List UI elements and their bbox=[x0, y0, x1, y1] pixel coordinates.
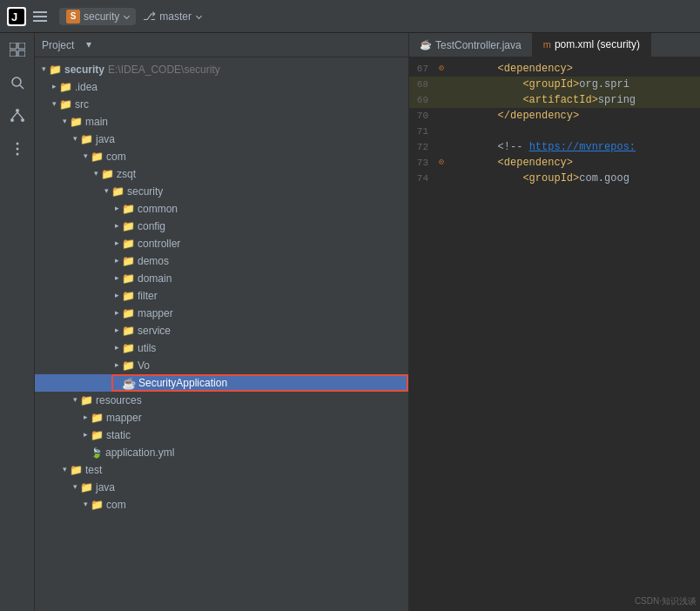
label-src: src bbox=[75, 98, 89, 111]
arrow-static bbox=[80, 430, 91, 440]
arrow-mapper bbox=[111, 308, 122, 319]
line-number-67: 67 bbox=[409, 61, 435, 77]
sidebar-structure-icon[interactable] bbox=[8, 106, 27, 125]
title-bar: J S security ⎇ master bbox=[0, 0, 700, 33]
arrow-test bbox=[59, 465, 70, 475]
code-line-68: 68 <groupId>org.spri bbox=[409, 77, 700, 92]
code-content-68: <groupId>org.spri bbox=[448, 77, 700, 92]
tree-item-idea[interactable]: 📁 .idea bbox=[35, 78, 408, 96]
arrow-security-app bbox=[111, 378, 122, 388]
tree-item-src[interactable]: 📁 src bbox=[35, 96, 408, 113]
tree-item-com[interactable]: 📁 com bbox=[35, 148, 408, 165]
sidebar-more-icon[interactable] bbox=[8, 139, 27, 158]
folder-icon-service: 📁 bbox=[122, 325, 135, 337]
label-security-pkg: security bbox=[127, 185, 163, 198]
arrow-com-test bbox=[80, 500, 91, 510]
icon-sidebar bbox=[0, 33, 35, 611]
label-application-yml: application.yml bbox=[105, 446, 174, 459]
folder-icon-test: 📁 bbox=[70, 464, 83, 476]
sidebar-files-icon[interactable] bbox=[8, 40, 27, 59]
label-static: static bbox=[106, 429, 131, 441]
panel-chevron[interactable]: ▾ bbox=[79, 33, 98, 57]
tree-item-security-root[interactable]: 📁 security E:\IDEA_CODE\security bbox=[35, 61, 408, 78]
label-common: common bbox=[138, 203, 178, 215]
arrow-yml bbox=[80, 447, 91, 458]
tree-item-domain[interactable]: 📁 domain bbox=[35, 270, 408, 287]
code-content-69: <artifactId>spring bbox=[448, 92, 700, 108]
tree-item-java-test[interactable]: 📁 java bbox=[35, 479, 408, 496]
java-tab-icon: ☕ bbox=[420, 39, 432, 50]
label-test: test bbox=[85, 464, 102, 476]
branch-indicator[interactable]: ⎇ master bbox=[143, 10, 201, 23]
tree-item-controller[interactable]: 📁 controller bbox=[35, 235, 408, 252]
sidebar-search-icon[interactable] bbox=[8, 73, 27, 92]
arrow-demos bbox=[111, 256, 122, 266]
folder-icon-domain: 📁 bbox=[122, 272, 135, 285]
arrow-utils bbox=[111, 343, 122, 353]
project-name: security bbox=[84, 10, 119, 23]
svg-line-7 bbox=[20, 85, 24, 89]
tree-item-test[interactable]: 📁 test bbox=[35, 461, 408, 479]
line-number-69: 69 bbox=[409, 92, 435, 108]
svg-rect-2 bbox=[10, 43, 17, 49]
folder-icon-controller: 📁 bbox=[122, 238, 135, 250]
tree-item-zsqt[interactable]: 📁 zsqt bbox=[35, 165, 408, 183]
code-line-69: 69 <artifactId>spring bbox=[409, 92, 700, 108]
code-content-74: <groupId>com.goog bbox=[448, 171, 700, 186]
tab-pom-xml[interactable]: m pom.xml (security) bbox=[533, 33, 651, 57]
code-line-70: 70 </dependency> bbox=[409, 108, 700, 124]
tree-item-demos[interactable]: 📁 demos bbox=[35, 252, 408, 270]
tree-item-main[interactable]: 📁 main bbox=[35, 113, 408, 131]
label-main: main bbox=[85, 116, 108, 128]
tree-item-utils[interactable]: 📁 utils bbox=[35, 339, 408, 357]
label-java: java bbox=[96, 133, 115, 145]
label-domain: domain bbox=[138, 272, 172, 285]
folder-icon-com: 📁 bbox=[91, 151, 104, 163]
label-resources: resources bbox=[96, 394, 142, 406]
tree-item-vo[interactable]: 📁 Vo bbox=[35, 357, 408, 374]
arrow-common bbox=[111, 204, 122, 214]
tab-test-controller[interactable]: ☕ TestController.java bbox=[409, 33, 533, 57]
tree-item-java[interactable]: 📁 java bbox=[35, 131, 408, 148]
arrow-zsqt bbox=[91, 169, 101, 179]
label-com-test: com bbox=[106, 499, 126, 511]
gutter-67: ⊙ bbox=[435, 61, 448, 77]
arrow-mapper-res bbox=[80, 413, 91, 423]
hamburger-menu[interactable] bbox=[33, 7, 52, 26]
panel-header: Project ▾ bbox=[35, 33, 408, 57]
tree-item-security-application[interactable]: ☕ SecurityApplication bbox=[35, 374, 408, 392]
folder-icon-resources: 📁 bbox=[80, 394, 93, 406]
project-chevron bbox=[124, 13, 130, 19]
label-service: service bbox=[138, 325, 171, 337]
tree-item-filter[interactable]: 📁 filter bbox=[35, 287, 408, 305]
folder-icon-vo: 📁 bbox=[122, 359, 135, 372]
code-content-73: <dependency> bbox=[448, 155, 700, 171]
tree-item-static[interactable]: 📁 static bbox=[35, 426, 408, 444]
tree-item-application-yml[interactable]: 🍃 application.yml bbox=[35, 444, 408, 461]
tree-item-security-pkg[interactable]: 📁 security bbox=[35, 183, 408, 200]
label-controller: controller bbox=[138, 238, 180, 250]
xml-tab-icon: m bbox=[543, 39, 551, 50]
line-number-68: 68 bbox=[409, 77, 435, 92]
svg-rect-5 bbox=[18, 50, 25, 57]
label-config: config bbox=[138, 220, 165, 232]
code-line-73: 73 ⊙ <dependency> bbox=[409, 155, 700, 171]
tree-item-resources[interactable]: 📁 resources bbox=[35, 392, 408, 409]
branch-name: master bbox=[159, 10, 192, 23]
code-editor[interactable]: 67 ⊙ <dependency> 68 <groupId>org.spri 6… bbox=[409, 57, 700, 611]
main-layout: Project ▾ 📁 security E:\IDEA_CODE\securi… bbox=[0, 33, 700, 611]
project-selector[interactable]: S security bbox=[59, 8, 136, 25]
tree-item-config[interactable]: 📁 config bbox=[35, 218, 408, 235]
svg-rect-4 bbox=[18, 43, 25, 49]
folder-icon-utils: 📁 bbox=[122, 342, 135, 354]
label-filter: filter bbox=[138, 290, 158, 302]
tree-item-mapper-res[interactable]: 📁 mapper bbox=[35, 409, 408, 426]
tree-item-com-test[interactable]: 📁 com bbox=[35, 496, 408, 514]
tree-item-mapper[interactable]: 📁 mapper bbox=[35, 305, 408, 322]
arrow-idea bbox=[49, 82, 59, 92]
folder-icon-security-root: 📁 bbox=[49, 64, 62, 76]
folder-icon-zsqt: 📁 bbox=[101, 168, 114, 180]
svg-point-10 bbox=[21, 118, 24, 122]
tree-item-common[interactable]: 📁 common bbox=[35, 200, 408, 218]
tree-item-service[interactable]: 📁 service bbox=[35, 322, 408, 339]
